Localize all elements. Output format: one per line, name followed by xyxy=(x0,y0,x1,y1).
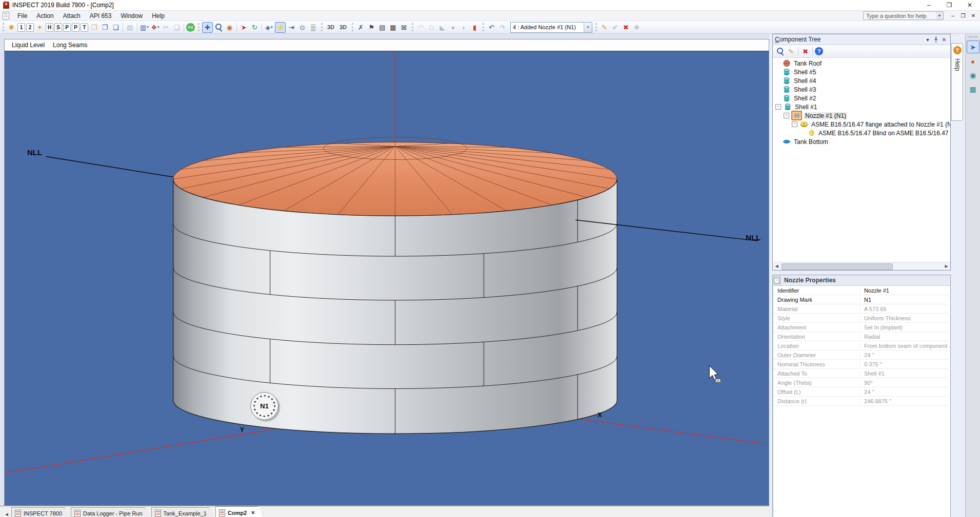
menu-action[interactable]: Action xyxy=(32,11,58,20)
tab-tank-example[interactable]: Tank_Example_1 xyxy=(151,507,214,517)
chevron-down-icon[interactable]: ▾ xyxy=(936,12,943,19)
menu-liquid-level[interactable]: Liquid Level xyxy=(8,42,49,49)
wizard-button[interactable]: ✦ xyxy=(35,23,45,32)
property-row-offset-l[interactable]: Offset (L)24 '' xyxy=(773,387,953,397)
menu-long-seams[interactable]: Long Seams xyxy=(49,42,91,49)
tree-item-flange[interactable]: − ASME B16.5/16.47 flange attached to No… xyxy=(773,120,950,129)
run-inspection-icon[interactable]: ➤ xyxy=(967,40,979,53)
property-row-style[interactable]: StyleUniform Thickness xyxy=(773,314,953,323)
undo-button[interactable]: ↶ xyxy=(487,23,496,32)
chevron-down-icon[interactable]: ▾ xyxy=(271,25,273,29)
shell-course-1-button[interactable]: 1 xyxy=(17,23,25,32)
chevron-down-icon[interactable]: ▾ xyxy=(147,25,149,29)
help-search-box[interactable]: Type a question for help ▾ xyxy=(863,11,944,20)
property-row-outer-diameter[interactable]: Outer Diameter24 '' xyxy=(773,350,953,360)
doc-p1-button[interactable]: P xyxy=(63,23,71,32)
data-logger-button[interactable]: ▦ xyxy=(388,23,398,32)
edit-pencil-button[interactable]: ✎ xyxy=(599,23,609,32)
property-row-location[interactable]: LocationFrom bottom seam of component ..… xyxy=(773,341,953,350)
chevron-down-icon[interactable]: ▾ xyxy=(584,23,592,32)
report-dropdown[interactable]: ▥▾ xyxy=(139,23,149,32)
tab-scroll-left[interactable]: ◂ xyxy=(2,509,11,517)
menu-api653[interactable]: API 653 xyxy=(85,11,116,20)
save-all-button[interactable]: ❏ xyxy=(111,23,121,32)
tree-search-button[interactable] xyxy=(775,47,785,56)
rotate-button[interactable]: ◉ xyxy=(225,23,234,32)
property-row-material[interactable]: MaterialA 573 65 xyxy=(773,304,953,314)
restore-button[interactable]: ❐ xyxy=(939,0,959,10)
structure-tool-icon[interactable]: ▦ xyxy=(967,83,979,95)
property-row-identifier[interactable]: IdentifierNozzle #1 xyxy=(773,286,953,295)
3d-viewport[interactable]: NLL NLL N1 Y X xyxy=(5,51,769,505)
help-tab[interactable]: ? Help xyxy=(951,43,963,121)
collapse-expander[interactable]: − xyxy=(774,278,779,283)
tank-roof-tool-icon[interactable]: ● xyxy=(967,55,979,67)
wireframe-3d-button[interactable]: 3D xyxy=(325,23,336,32)
property-row-drawing-mark[interactable]: Drawing MarkN1 xyxy=(773,295,953,304)
delete-button[interactable]: ✖ xyxy=(621,23,631,32)
nozzle-tool-button[interactable]: ▮ xyxy=(470,23,479,32)
minimize-button[interactable]: – xyxy=(918,0,939,10)
nozzle-tool-icon[interactable]: ◉ xyxy=(967,69,979,81)
view-cube-dropdown[interactable]: ◈▾ xyxy=(264,23,274,32)
scrollbar-thumb[interactable] xyxy=(782,263,893,270)
shell-course-2-button[interactable]: 2 xyxy=(26,23,34,32)
tree-item-shell-3[interactable]: Shell #3 xyxy=(773,85,950,94)
tree-help-button[interactable]: ? xyxy=(815,47,823,55)
chevron-down-icon[interactable]: ▾ xyxy=(157,25,159,29)
mdi-close-button[interactable]: ✕ xyxy=(968,13,978,18)
tree-edit-button[interactable]: ✎ xyxy=(786,47,796,56)
tree-horizontal-scrollbar[interactable]: ◀ ▶ xyxy=(773,262,950,270)
doc-p2-button[interactable]: P xyxy=(72,23,79,32)
zoom-button[interactable] xyxy=(214,23,224,32)
property-row-orientation[interactable]: OrientationRadial xyxy=(773,332,953,341)
tree-delete-button[interactable]: ✖ xyxy=(801,47,810,56)
mdi-document-icon[interactable] xyxy=(3,12,9,19)
scroll-right-icon[interactable]: ▶ xyxy=(943,262,950,270)
tree-item-shell-2[interactable]: Shell #2 xyxy=(773,94,950,102)
measure-button[interactable]: ⊙ xyxy=(297,23,307,32)
tree-item-tank-bottom[interactable]: Tank Bottom xyxy=(773,137,950,146)
tab-data-logger[interactable]: Data Logger - Pipe Run xyxy=(71,507,150,517)
close-tab-icon[interactable]: ✕ xyxy=(251,510,255,515)
collapse-expander[interactable]: − xyxy=(784,113,789,118)
export-dropdown[interactable]: ❖▾ xyxy=(150,23,160,32)
refresh-button[interactable]: ↻ xyxy=(250,23,259,32)
property-row-attachment[interactable]: AttachmentSet In (Implant) xyxy=(773,323,953,332)
menu-window[interactable]: Window xyxy=(116,11,147,20)
action-history-dropdown[interactable]: 4 : Added Nozzle #1 (N1) ▾ xyxy=(510,22,592,33)
background-button[interactable]: ▒ xyxy=(308,23,318,32)
select-button[interactable]: ➤ xyxy=(239,23,249,32)
tree-item-shell-4[interactable]: Shell #4 xyxy=(773,76,950,85)
delete-markers-button[interactable]: ✗ xyxy=(356,23,366,32)
tab-comp2[interactable]: Comp2 ✕ xyxy=(215,506,263,517)
snap-button[interactable]: ⇥ xyxy=(287,23,296,32)
close-window-button[interactable]: ⊠ xyxy=(399,23,409,32)
toolbar-grip[interactable] xyxy=(969,36,977,37)
grid-window-button[interactable]: ▤ xyxy=(377,23,387,32)
pan-button[interactable]: ✚ xyxy=(202,22,213,33)
tree-item-blind[interactable]: ASME B16.5/16.47 Blind on ASME B16.5/16.… xyxy=(773,129,950,137)
panel-menu-icon[interactable]: ▾ xyxy=(924,37,932,43)
doc-t-button[interactable]: T xyxy=(81,23,88,32)
mdi-minimize-button[interactable]: – xyxy=(948,13,958,18)
property-row-angle-theta[interactable]: Angle (Theta)90° xyxy=(773,378,953,387)
tree-item-shell-5[interactable]: Shell #5 xyxy=(773,68,950,76)
solid-3d-button[interactable]: 3D xyxy=(337,23,349,32)
pin-icon[interactable]: ╀ xyxy=(932,37,940,43)
collapse-expander[interactable]: − xyxy=(792,121,797,127)
menu-attach[interactable]: Attach xyxy=(58,11,85,20)
new-component-button[interactable]: ✱ xyxy=(7,23,16,32)
save-button[interactable]: ❐ xyxy=(100,23,110,32)
quick-view-button[interactable]: ⚡ xyxy=(275,22,286,33)
tab-inspect-7800[interactable]: INSPECT 7800 xyxy=(11,507,70,517)
property-row-distance-r[interactable]: Distance (r)246.6875 '' xyxy=(773,397,953,406)
menu-file[interactable]: File xyxy=(13,11,32,20)
mdi-restore-button[interactable]: ❐ xyxy=(958,13,968,18)
tree-item-shell-1[interactable]: − Shell #1 xyxy=(773,102,950,111)
collapse-expander[interactable]: − xyxy=(775,104,781,110)
doc-s-button[interactable]: S xyxy=(54,23,62,32)
menu-help[interactable]: Help xyxy=(147,11,169,20)
property-row-nominal-thickness[interactable]: Nominal Thickness0.375 '' xyxy=(773,360,953,369)
f3-run-button[interactable]: F3 xyxy=(186,23,195,32)
